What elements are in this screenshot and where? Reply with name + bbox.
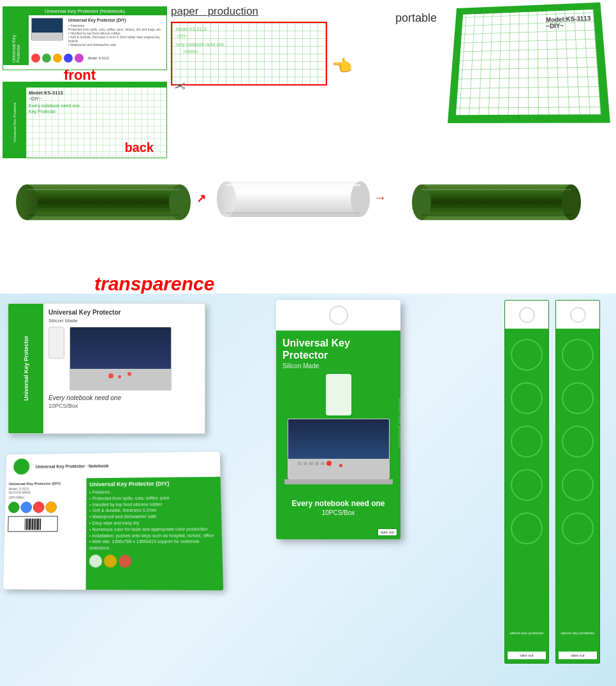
- back-model: Model:KS-3113: [29, 90, 164, 96]
- step-arrow-1: ↗: [196, 191, 206, 205]
- step-arrow-2: →: [374, 191, 386, 205]
- green-box-left: Universal Key Protector (DIY) Model: S-3…: [3, 478, 86, 590]
- package-main: Universal Key Protector (DIY) • Features…: [29, 15, 166, 65]
- tubes-section: ↗: [0, 165, 616, 292]
- white-box-pcs: 10PCS/Box: [48, 403, 200, 409]
- back-diy: ~DIY~: [29, 96, 164, 101]
- center-box-takeout: take out: [378, 528, 397, 536]
- center-green-box: Universal Key Protector Silicon Made sil…: [276, 300, 400, 539]
- hang-hole: [329, 306, 348, 325]
- green-box-title: Universal Key Protector (DIY): [89, 480, 217, 488]
- strip2-takeout: take out: [558, 651, 598, 660]
- center-box-title: Universal Key Protector: [282, 337, 394, 361]
- package-back-card: Universal Key Protector Model:KS-3113 ~D…: [3, 82, 167, 158]
- bottom-section: Universal Key Protector Universal Key Pr…: [0, 294, 616, 686]
- back-every-notebook: Every notebook need one: [29, 103, 164, 108]
- white-box-side-text: Universal Key Protector: [23, 336, 29, 401]
- green-box: Universal Key Protector · Notebook Unive…: [3, 452, 223, 590]
- hand-arrow: 👈: [332, 56, 352, 76]
- paper-label: paper: [171, 5, 198, 17]
- strip-2: silicon key protector take out: [555, 300, 600, 664]
- strip2-text: silicon key protector: [556, 630, 599, 638]
- white-box: Universal Key Protector Universal Key Pr…: [8, 303, 205, 434]
- center-box-bottom-text: Every notebook need one: [276, 495, 400, 509]
- svg-rect-14: [226, 181, 360, 217]
- transparence-label: transparence: [94, 273, 214, 295]
- green-box-main: Universal Key Protector (DIY) Model: S-3…: [3, 477, 223, 590]
- svg-point-15: [217, 181, 236, 217]
- back-label: back: [124, 140, 154, 155]
- silicone-piece: [276, 374, 400, 415]
- top-section: Universal Key Protector (Notebook) Unive…: [0, 0, 616, 294]
- center-box-pcs: 10PCS/Box: [276, 509, 400, 520]
- package-header: Universal Key Protector (Notebook): [3, 7, 166, 15]
- tube-left: [16, 181, 191, 224]
- white-box-title: Universal Key Protector: [48, 309, 200, 316]
- green-box-top-strip: Universal Key Protector · Notebook: [6, 452, 220, 479]
- production-label: production: [208, 5, 258, 17]
- center-box-container: Universal Key Protector Silicon Made sil…: [276, 300, 404, 541]
- mat-sheet: Model:KS-3113~DIY~: [448, 3, 610, 123]
- center-box-subtitle: Silicon Made: [282, 362, 394, 369]
- svg-point-16: [351, 181, 370, 217]
- white-box-silicon: Silicon Made: [48, 318, 200, 324]
- strip1-takeout: take out: [507, 651, 546, 660]
- green-box-right: Universal Key Protector (DIY) • Features…: [86, 477, 224, 590]
- package-side-label: Universal Key Protector: [3, 15, 29, 65]
- center-box-top: [276, 300, 400, 332]
- template-rectangle: Model:KS-3113 ~DIY~ very notebook need o…: [171, 22, 327, 86]
- back-key-protector: Key Protector: [29, 109, 164, 114]
- white-box-main: Universal Key Protector Silicon Made: [43, 304, 205, 433]
- center-box-title-area: Universal Key Protector Silicon Made: [276, 332, 400, 371]
- green-box-container: Universal Key Protector · Notebook Unive…: [3, 452, 223, 592]
- mat-model-text: Model:KS-3113~DIY~: [546, 15, 591, 29]
- tube-right: [412, 181, 581, 224]
- white-box-container: Universal Key Protector Universal Key Pr…: [8, 303, 212, 437]
- strip-1: silicon key protector take out: [504, 300, 549, 664]
- center-box-side-text: silicon key protector: [397, 398, 400, 449]
- center-laptop: [284, 419, 393, 495]
- strip1-text: silicon key protector: [505, 630, 548, 638]
- scissors-icon: ✂: [174, 78, 186, 95]
- white-box-left-strip: Universal Key Protector: [8, 304, 43, 433]
- white-box-every-notebook: Every notebook need one: [48, 394, 200, 401]
- package-front-card: Universal Key Protector (Notebook) Unive…: [3, 6, 167, 70]
- tube-center: [217, 177, 370, 221]
- portable-label: portable: [395, 11, 437, 25]
